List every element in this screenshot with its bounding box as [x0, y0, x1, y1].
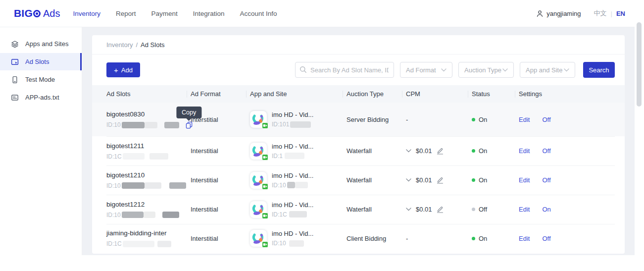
status-label: On	[479, 116, 487, 123]
ad-format-select-placeholder: Ad Format	[406, 66, 436, 74]
imo-app-icon	[250, 201, 267, 218]
ad-slot-name: bigotest1212	[106, 201, 191, 208]
app-info: imo HD - Vid... ID:10	[272, 172, 313, 189]
logo-text-ads: Ads	[43, 8, 60, 19]
phone-icon	[11, 76, 19, 84]
search-box	[295, 62, 394, 78]
auction-type-cell: Waterfall	[347, 176, 406, 184]
cpm-expand-chevron-icon[interactable]	[406, 208, 411, 211]
redacted-id	[122, 153, 168, 160]
settings-cell: Edit Off	[519, 235, 615, 242]
status-label: On	[479, 147, 487, 155]
auction-type-select[interactable]: Auction Type	[458, 62, 514, 78]
search-button[interactable]: Search	[583, 62, 615, 78]
chevron-down-icon	[502, 68, 508, 72]
toggle-link[interactable]: On	[542, 206, 550, 213]
sidebar-item-ad-slots[interactable]: Ad Slots	[0, 53, 82, 70]
ad-slot-cell: bigotest1212 ID:10	[106, 201, 191, 218]
nav-item-payment[interactable]: Payment	[151, 10, 177, 17]
nav-item-inventory[interactable]: Inventory	[73, 10, 100, 17]
search-input[interactable]	[295, 62, 394, 78]
toggle-link[interactable]: Off	[542, 116, 550, 123]
table-row: jiaming-bidding-inter ID:1C Interstitial…	[92, 224, 625, 253]
app-and-site-cell: imo HD - Vid... ID:10	[250, 230, 347, 247]
lang-switch-zh[interactable]: 中文	[594, 9, 607, 18]
breadcrumb: Inventory / Ad Slots	[92, 35, 625, 54]
app-name: imo HD - Vid...	[272, 143, 313, 150]
scrollbar-thumb[interactable]	[637, 22, 642, 107]
lang-switch-en[interactable]: EN	[616, 10, 625, 17]
video-badge-icon	[262, 183, 268, 190]
ad-slot-id: ID:1C	[106, 240, 191, 247]
table-header: Ad Slots Ad Format App and Site Auction …	[92, 85, 625, 103]
status-dot	[472, 149, 475, 153]
app-id: ID:10	[272, 182, 313, 189]
imo-app-icon	[250, 172, 267, 189]
edit-cpm-pencil-icon[interactable]	[437, 176, 444, 184]
ad-slot-id-prefix: ID:10	[106, 121, 121, 128]
column-header-status: Status	[472, 90, 519, 98]
ad-slot-cell: bigotest0830 ID:10 Copy	[106, 110, 191, 129]
sidebar-item-test-mode[interactable]: Test Mode	[0, 71, 82, 88]
video-badge-icon	[262, 213, 268, 219]
edit-cpm-pencil-icon[interactable]	[437, 147, 444, 155]
app-id: ID:1C	[272, 211, 313, 218]
top-nav: Inventory Report Payment Integration Acc…	[73, 10, 277, 17]
cpm-cell: $0.01	[406, 147, 472, 155]
status-cell: On	[472, 235, 519, 242]
toggle-link[interactable]: Off	[542, 235, 550, 242]
edit-link[interactable]: Edit	[519, 116, 530, 123]
sidebar-item-apps-and-sites[interactable]: Apps and Sites	[0, 35, 82, 53]
nav-item-report[interactable]: Report	[116, 10, 136, 17]
add-button[interactable]: + Add	[106, 62, 140, 77]
edit-link[interactable]: Edit	[519, 176, 530, 184]
auction-type-cell: Client Bidding	[347, 235, 406, 242]
sidebar-item-app-ads-txt[interactable]: APP-ads.txt	[0, 89, 82, 106]
sidebar: Apps and Sites Ad Slots Test Mode APP-ad…	[0, 27, 82, 255]
app-and-site-cell: imo HD - Vid... ID:10	[250, 172, 347, 189]
cpm-cell: $0.01	[406, 176, 472, 184]
cpm-expand-chevron-icon[interactable]	[406, 149, 411, 153]
nav-item-integration[interactable]: Integration	[193, 10, 225, 17]
sidebar-item-label: Test Mode	[25, 76, 55, 83]
status-dot	[472, 178, 475, 182]
status-cell: On	[472, 176, 519, 184]
nav-item-account-info[interactable]: Account Info	[240, 10, 277, 17]
app-id: ID:101	[272, 121, 313, 128]
video-badge-icon	[262, 154, 268, 161]
app-info: imo HD - Vid... ID:1	[272, 143, 313, 160]
add-button-label: Add	[121, 66, 133, 74]
edit-link[interactable]: Edit	[519, 235, 530, 242]
edit-link[interactable]: Edit	[519, 147, 530, 155]
app-and-site-cell: imo HD - Vid... ID:101	[250, 111, 347, 128]
app-name: imo HD - Vid...	[272, 201, 313, 209]
table-row: bigotest0830 ID:10 Copy Interstitial imo…	[92, 103, 625, 136]
imo-app-icon	[250, 230, 267, 247]
auction-type-cell: Waterfall	[347, 206, 406, 213]
table-row: bigotest1210 ID:10 Interstitial imo HD -…	[92, 165, 625, 195]
edit-link[interactable]: Edit	[519, 206, 530, 213]
ad-slot-name: bigotest1211	[106, 142, 191, 150]
column-header-app-and-site: App and Site	[250, 90, 347, 98]
breadcrumb-parent[interactable]: Inventory	[106, 41, 133, 49]
sidebar-item-label: Ad Slots	[25, 58, 49, 65]
bigo-ads-logo[interactable]: BIGAds	[14, 7, 60, 19]
toggle-link[interactable]: Off	[542, 176, 550, 184]
lang-divider: |	[611, 10, 612, 17]
edit-cpm-pencil-icon[interactable]	[437, 206, 444, 213]
cpm-expand-chevron-icon[interactable]	[406, 178, 411, 182]
ad-slot-cell: jiaming-bidding-inter ID:1C	[106, 229, 191, 247]
ad-slot-icon	[11, 58, 19, 66]
app-id-prefix: ID:1C	[272, 211, 287, 218]
toggle-link[interactable]: Off	[542, 147, 550, 155]
app-and-site-select[interactable]: App and Site	[520, 62, 575, 78]
app-id-prefix: ID:1	[272, 153, 283, 160]
user-menu[interactable]: yangjiaming	[536, 10, 581, 17]
redacted-id	[121, 182, 186, 189]
ad-format-select[interactable]: Ad Format	[400, 62, 452, 78]
app-name: imo HD - Vid...	[272, 172, 313, 179]
settings-cell: Edit On	[519, 206, 615, 213]
ad-format-cell: Interstitial	[191, 235, 250, 242]
copy-icon[interactable]: Copy	[186, 121, 193, 129]
status-cell: Off	[472, 206, 519, 213]
